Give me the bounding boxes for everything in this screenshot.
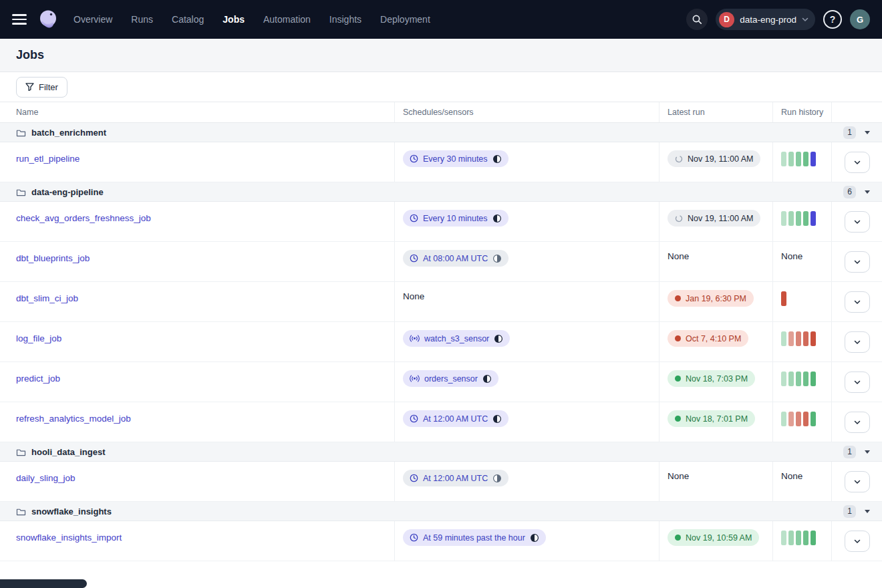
latest-run-pill[interactable]: Nov 19, 11:00 AM <box>668 210 760 227</box>
run-history-bar[interactable] <box>811 331 816 346</box>
run-history-bar[interactable] <box>811 372 816 386</box>
nav-item-catalog[interactable]: Catalog <box>172 14 204 25</box>
latest-run-pill[interactable]: Nov 19, 10:59 AM <box>668 529 759 546</box>
schedule-toggle[interactable] <box>492 154 502 164</box>
run-history[interactable] <box>781 531 816 545</box>
sensor-chip[interactable]: orders_sensor <box>403 370 498 387</box>
row-expand-button[interactable] <box>845 331 870 353</box>
run-history-bar[interactable] <box>781 331 786 346</box>
run-history-bar[interactable] <box>811 152 816 166</box>
run-history-bar[interactable] <box>781 372 786 386</box>
run-history-bar[interactable] <box>788 331 794 346</box>
row-expand-button[interactable] <box>845 291 870 313</box>
run-history-bar[interactable] <box>781 412 786 426</box>
nav-item-deployment[interactable]: Deployment <box>380 14 430 25</box>
run-history-bar[interactable] <box>781 291 786 306</box>
nav-item-insights[interactable]: Insights <box>329 14 361 25</box>
run-history-bar[interactable] <box>781 152 786 166</box>
nav-item-jobs[interactable]: Jobs <box>223 14 245 25</box>
run-history-bar[interactable] <box>796 152 801 166</box>
latest-run-pill[interactable]: Jan 19, 6:30 PM <box>668 290 754 307</box>
schedule-chip[interactable]: Every 10 minutes <box>403 210 508 227</box>
help-icon[interactable]: ? <box>823 10 842 29</box>
schedule-toggle[interactable] <box>492 254 502 263</box>
row-expand-button[interactable] <box>845 152 870 173</box>
latest-run-pill[interactable]: Nov 18, 7:03 PM <box>668 370 755 387</box>
avatar[interactable]: G <box>850 9 870 29</box>
run-history-bar[interactable] <box>803 372 808 386</box>
job-link[interactable]: check_avg_orders_freshness_job <box>16 213 151 223</box>
row-expand-button[interactable] <box>845 412 870 433</box>
run-history-bar[interactable] <box>788 412 794 426</box>
job-link[interactable]: dbt_blueprints_job <box>16 253 90 263</box>
job-link[interactable]: run_etl_pipeline <box>16 154 80 164</box>
group-row-snowflake_insights[interactable]: snowflake_insights1 <box>0 502 882 521</box>
schedule-chip[interactable]: At 12:00 AM UTC <box>403 470 508 486</box>
filter-button[interactable]: Filter <box>16 77 67 98</box>
job-link[interactable]: predict_job <box>16 374 60 384</box>
nav-item-automation[interactable]: Automation <box>263 14 311 25</box>
run-history[interactable] <box>781 331 816 346</box>
row-expand-button[interactable] <box>845 531 870 552</box>
run-history[interactable] <box>781 372 816 386</box>
schedule-toggle[interactable] <box>482 374 492 384</box>
search-button[interactable] <box>686 9 708 30</box>
run-history-bar[interactable] <box>811 412 816 426</box>
run-history-bar[interactable] <box>803 412 808 426</box>
run-history[interactable] <box>781 291 786 306</box>
schedule-toggle[interactable] <box>492 214 502 223</box>
run-history-bar[interactable] <box>796 531 801 545</box>
row-expand-button[interactable] <box>845 211 870 233</box>
run-history[interactable] <box>781 211 816 226</box>
job-link[interactable]: refresh_analytics_model_job <box>16 414 131 424</box>
latest-run-pill[interactable]: Oct 7, 4:10 PM <box>668 330 748 347</box>
sensor-chip[interactable]: watch_s3_sensor <box>403 330 510 347</box>
dagster-logo[interactable] <box>36 7 60 31</box>
run-history-bar[interactable] <box>796 211 801 226</box>
caret-down-icon[interactable] <box>865 190 870 194</box>
job-link[interactable]: dbt_slim_ci_job <box>16 293 78 303</box>
run-history-bar[interactable] <box>796 331 801 346</box>
run-history-bar[interactable] <box>788 531 794 545</box>
schedule-toggle[interactable] <box>530 533 539 543</box>
schedule-toggle[interactable] <box>492 414 502 424</box>
run-history-bar[interactable] <box>811 211 816 226</box>
menu-icon[interactable] <box>12 14 27 25</box>
caret-down-icon[interactable] <box>865 131 870 134</box>
group-row-batch_enrichment[interactable]: batch_enrichment1 <box>0 123 882 142</box>
run-history-bar[interactable] <box>811 531 816 545</box>
caret-down-icon[interactable] <box>865 510 870 513</box>
run-history-bar[interactable] <box>803 211 808 226</box>
run-history-bar[interactable] <box>788 372 794 386</box>
job-link[interactable]: log_file_job <box>16 333 61 343</box>
schedule-toggle[interactable] <box>492 474 502 483</box>
run-history[interactable] <box>781 412 816 426</box>
group-row-data-eng-pipeline[interactable]: data-eng-pipeline6 <box>0 182 882 202</box>
job-link[interactable]: snowflake_insights_import <box>16 533 122 543</box>
schedule-chip[interactable]: Every 30 minutes <box>403 150 508 167</box>
nav-item-runs[interactable]: Runs <box>131 14 153 25</box>
run-history-bar[interactable] <box>803 531 808 545</box>
run-history-bar[interactable] <box>796 412 801 426</box>
latest-run-pill[interactable]: Nov 19, 11:00 AM <box>668 150 760 167</box>
run-history[interactable] <box>781 152 816 166</box>
deployment-switcher[interactable]: D data-eng-prod <box>716 9 815 30</box>
schedule-chip[interactable]: At 12:00 AM UTC <box>403 410 508 427</box>
row-expand-button[interactable] <box>845 471 870 492</box>
caret-down-icon[interactable] <box>865 450 870 454</box>
run-history-bar[interactable] <box>796 372 801 386</box>
latest-run-pill[interactable]: Nov 18, 7:01 PM <box>668 410 755 427</box>
horizontal-scrollbar-thumb[interactable] <box>0 579 87 588</box>
row-expand-button[interactable] <box>845 372 870 393</box>
run-history-bar[interactable] <box>803 331 808 346</box>
schedule-chip[interactable]: At 59 minutes past the hour <box>403 529 546 546</box>
row-expand-button[interactable] <box>845 251 870 273</box>
run-history-bar[interactable] <box>781 531 786 545</box>
run-history-bar[interactable] <box>803 152 808 166</box>
schedule-toggle[interactable] <box>494 334 503 343</box>
job-link[interactable]: daily_sling_job <box>16 473 76 483</box>
schedule-chip[interactable]: At 08:00 AM UTC <box>403 250 508 267</box>
run-history-bar[interactable] <box>788 152 794 166</box>
nav-item-overview[interactable]: Overview <box>74 14 112 25</box>
run-history-bar[interactable] <box>788 211 794 226</box>
